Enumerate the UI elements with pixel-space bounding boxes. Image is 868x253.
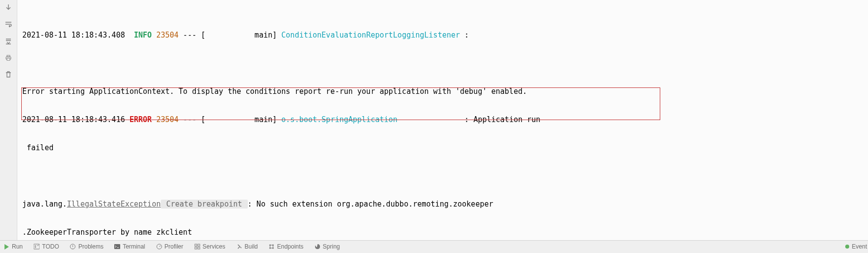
tab-terminal[interactable]: Terminal [114,241,145,253]
status-dot-icon [845,245,849,249]
exception-message: .ZookeeperTransporter by name zkclient [22,225,863,240]
tab-label: Services [203,241,226,253]
tab-label: Terminal [123,241,145,253]
delete-icon[interactable] [3,69,14,80]
tab-label: Problems [78,241,103,253]
tab-label: Profiler [165,241,183,253]
scroll-down-icon[interactable] [3,2,14,13]
log-text: : Application run [398,115,541,124]
soft-wrap-icon[interactable] [3,19,14,30]
log-level-error: ERROR [130,115,152,124]
create-breakpoint-link[interactable]: Create breakpoint [161,200,248,209]
svg-rect-10 [198,247,200,249]
tab-label: Endpoints [277,241,303,253]
pid: 23504 [156,31,179,40]
tab-profiler[interactable]: Profiler [156,241,183,253]
log-level-info: INFO [134,31,152,40]
tab-label: Run [12,241,23,253]
bottom-tool-bar: Run TODO Problems Terminal Profiler Serv… [0,240,868,253]
logger-class: ConditionEvaluationReportLoggingListener [281,31,460,40]
tab-label: Spring [323,241,340,253]
timestamp: 2021-08-11 18:18:43.416 [22,115,125,124]
tab-run[interactable]: Run [4,241,23,253]
pid: 23504 [156,115,179,124]
exception-message: : No such extension org.apache.dubbo.rem… [248,200,494,209]
tab-label: TODO [42,241,59,253]
log-text: : [460,31,469,40]
tab-label: Build [245,241,258,253]
console-output[interactable]: 2021-08-11 18:18:43.408 INFO 23504 --- [… [17,0,868,253]
console-gutter [0,0,17,253]
svg-rect-8 [198,244,200,246]
svg-rect-9 [195,247,197,249]
scroll-to-end-icon[interactable] [3,36,14,46]
tab-build[interactable]: Build [236,241,258,253]
log-line: Error starting ApplicationContext. To di… [22,84,863,99]
exception-class[interactable]: IllegalStateException [67,200,161,209]
tab-services[interactable]: Services [194,241,226,253]
tab-todo[interactable]: TODO [34,241,59,253]
print-icon[interactable] [3,52,14,63]
tab-problems[interactable]: Problems [70,241,103,253]
blank-line [22,56,863,71]
log-text: --- [ main] [179,31,281,40]
tab-label: Event L [852,241,868,253]
log-line: failed [22,141,863,155]
log-text: --- [ main] [179,115,281,124]
svg-rect-5 [114,244,120,249]
log-text: java.lang. [22,200,67,209]
blank-line [22,169,863,183]
svg-rect-7 [195,244,197,246]
tab-spring[interactable]: Spring [315,241,340,253]
timestamp: 2021-08-11 18:18:43.408 [22,31,125,40]
tab-endpoints[interactable]: Endpoints [269,241,303,253]
event-log[interactable]: Event L [845,241,868,253]
svg-rect-1 [7,55,10,57]
logger-class: o.s.boot.SpringApplication [281,115,398,124]
svg-rect-2 [7,58,10,60]
